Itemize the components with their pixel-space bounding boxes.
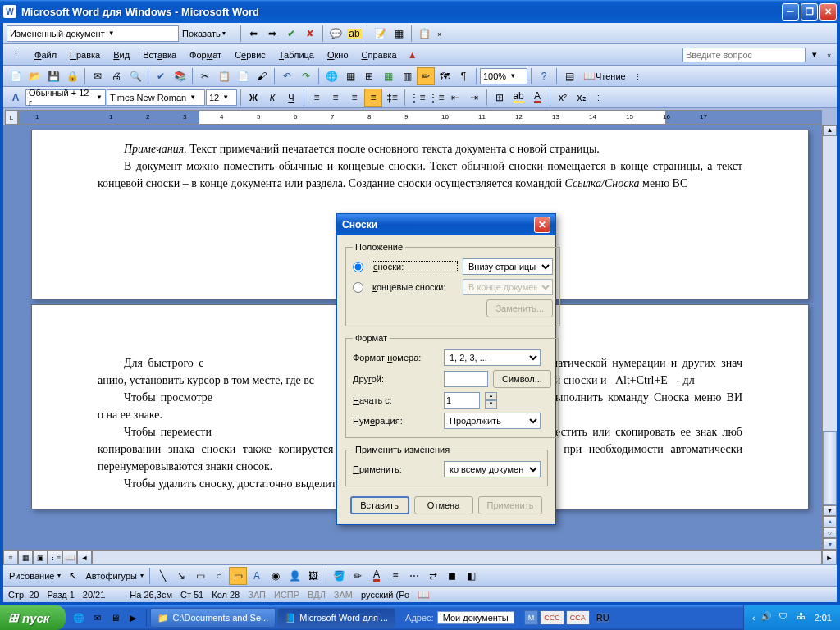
tray-volume-icon[interactable]: 🔊: [760, 611, 774, 624]
cut-button[interactable]: ✂: [196, 67, 214, 85]
menu-file[interactable]: Файл: [28, 48, 63, 62]
align-center-button[interactable]: ≡: [326, 89, 345, 107]
status-ext[interactable]: ВДЛ: [308, 590, 326, 600]
borders-button[interactable]: ⊞: [491, 89, 509, 107]
highlight-color-button[interactable]: ab: [509, 89, 527, 107]
hscroll-track[interactable]: [92, 550, 822, 564]
spelling-button[interactable]: ✔: [152, 67, 170, 85]
next-change-button[interactable]: ➡: [263, 25, 281, 43]
excel-button[interactable]: ▦: [379, 67, 397, 85]
clipart-button[interactable]: 👤: [285, 567, 304, 585]
bold-button[interactable]: Ж: [244, 89, 262, 107]
outline-view-button[interactable]: ⋮≡: [48, 550, 62, 565]
prev-change-button[interactable]: ⬅: [244, 25, 262, 43]
reviewing-pane-button[interactable]: ▦: [390, 25, 408, 43]
taskbar-item-word[interactable]: 📘 Microsoft Word для ...: [277, 608, 395, 628]
print-preview-button[interactable]: 🔍: [126, 67, 144, 85]
menu-help[interactable]: Справка: [355, 48, 404, 62]
tables-borders-button[interactable]: ▦: [341, 67, 359, 85]
vertical-scrollbar[interactable]: ▲ ▼ ▴ ○ ▾: [822, 125, 837, 550]
line-style-button[interactable]: ≡: [386, 567, 404, 585]
line-button[interactable]: ╲: [153, 567, 171, 585]
select-browse-button[interactable]: ○: [823, 527, 837, 539]
custom-mark-input[interactable]: [444, 371, 488, 387]
rectangle-button[interactable]: ▭: [191, 567, 209, 585]
tray-network-icon[interactable]: 🖧: [797, 611, 810, 624]
start-at-input[interactable]: [444, 392, 480, 409]
track-changes-button[interactable]: 📝: [371, 25, 389, 43]
prev-page-button[interactable]: ▴: [823, 516, 837, 527]
menu-table[interactable]: Таблица: [272, 48, 321, 62]
show-marks-button[interactable]: ¶: [454, 67, 472, 85]
dialog-close-button[interactable]: ✕: [534, 217, 550, 233]
tab-selector[interactable]: L: [5, 110, 18, 125]
fill-color-button[interactable]: 🪣: [330, 567, 348, 585]
ql-media-icon[interactable]: ▶: [125, 609, 141, 627]
autoshapes-menu[interactable]: Автофигуры▾: [83, 568, 146, 584]
align-right-button[interactable]: ≡: [345, 89, 363, 107]
lang-btn-ccc[interactable]: CCC: [540, 610, 564, 625]
menu-close[interactable]: ×: [827, 52, 833, 58]
lang-btn-m[interactable]: M: [524, 610, 539, 625]
start-spinner-down[interactable]: ▼: [485, 400, 497, 409]
numbering-select[interactable]: Продолжить: [444, 413, 541, 429]
zoom-combo[interactable]: 100%▼: [480, 68, 527, 84]
dash-style-button[interactable]: ⋯: [405, 567, 423, 585]
underline-button[interactable]: Ч: [282, 89, 300, 107]
reading-layout-icon[interactable]: ▤: [560, 67, 578, 85]
tray-expand-icon[interactable]: ‹: [752, 613, 756, 623]
hscroll-left[interactable]: ◄: [77, 550, 92, 565]
web-view-button[interactable]: ▦: [18, 550, 33, 565]
dialog-titlebar[interactable]: Сноски ✕: [337, 214, 555, 235]
scroll-thumb[interactable]: [823, 431, 837, 505]
research-button[interactable]: 📚: [171, 67, 189, 85]
styles-pane-button[interactable]: A: [7, 89, 25, 107]
arrow-style-button[interactable]: ⇄: [424, 567, 442, 585]
tray-clock[interactable]: 2:01: [815, 613, 832, 623]
align-left-button[interactable]: ≡: [308, 89, 326, 107]
scroll-up-button[interactable]: ▲: [823, 125, 837, 136]
footnote-position-select[interactable]: Внизу страницы: [463, 258, 553, 275]
numbering-button[interactable]: ⋮≡: [409, 89, 427, 107]
doc-map-button[interactable]: 🗺: [436, 67, 454, 85]
superscript-button[interactable]: x²: [554, 89, 572, 107]
decrease-indent-button[interactable]: ⇤: [446, 89, 464, 107]
footnotes-radio[interactable]: [353, 262, 363, 272]
menu-format[interactable]: Формат: [183, 48, 228, 62]
oval-button[interactable]: ○: [210, 567, 228, 585]
format-painter-button[interactable]: 🖌: [253, 67, 271, 85]
print-button[interactable]: 🖨: [107, 67, 126, 85]
reading-view-button[interactable]: 📖: [62, 550, 77, 565]
menu-tools[interactable]: Сервис: [228, 48, 272, 62]
drawing-menu[interactable]: Рисование▾: [7, 568, 63, 584]
wordart-button[interactable]: A: [248, 567, 266, 585]
redo-button[interactable]: ↷: [297, 67, 315, 85]
review-tb-button[interactable]: 📋: [415, 25, 433, 43]
undo-button[interactable]: ↶: [278, 67, 296, 85]
help-search-input[interactable]: [682, 48, 806, 62]
print-view-button[interactable]: ▣: [33, 550, 48, 565]
new-doc-button[interactable]: 📄: [7, 67, 25, 85]
maximize-button[interactable]: ❐: [801, 3, 818, 21]
reject-change-button[interactable]: ✘: [301, 25, 319, 43]
show-menu[interactable]: Показать▾: [180, 25, 237, 42]
menu-insert[interactable]: Вставка: [136, 48, 183, 62]
help-button[interactable]: ?: [535, 67, 553, 85]
font-color-button[interactable]: A: [528, 89, 546, 107]
review-tb-close[interactable]: ×: [437, 30, 444, 37]
horizontal-ruler[interactable]: 11234567891011121314151617: [18, 110, 822, 125]
mail-button[interactable]: ✉: [89, 67, 107, 85]
status-trk[interactable]: ИСПР: [274, 590, 299, 600]
ql-mail-icon[interactable]: ✉: [89, 609, 105, 627]
tray-shield-icon[interactable]: 🛡: [778, 611, 792, 624]
size-combo[interactable]: 12▼: [206, 89, 237, 106]
ql-ie-icon[interactable]: 🌐: [71, 609, 87, 627]
copy-button[interactable]: 📋: [215, 67, 233, 85]
paste-button[interactable]: 📄: [234, 67, 252, 85]
subscript-button[interactable]: x₂: [573, 89, 591, 107]
hyperlink-button[interactable]: 🌐: [322, 67, 340, 85]
highlight-button[interactable]: ab: [345, 25, 363, 43]
scroll-down-button[interactable]: ▼: [823, 505, 837, 517]
fmt-tb-close[interactable]: ⋮: [595, 94, 601, 101]
endnote-position-select[interactable]: В конце документа: [463, 279, 553, 295]
